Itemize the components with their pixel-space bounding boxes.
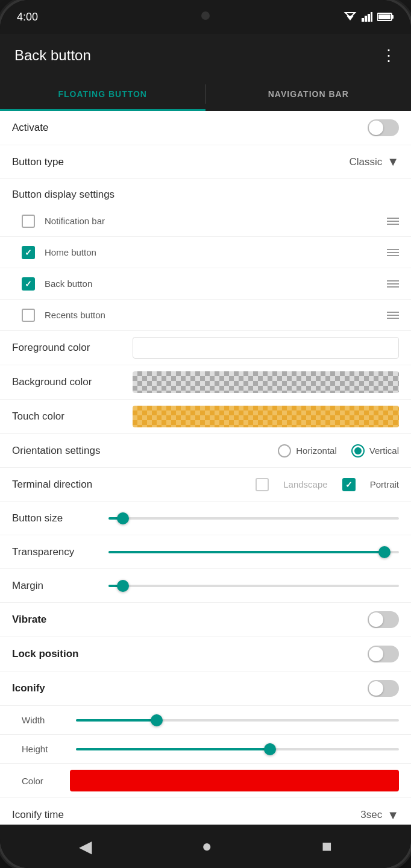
tab-navigation-bar[interactable]: NAVIGATION BAR	[206, 77, 412, 111]
nav-recents-button[interactable]: ■	[322, 837, 332, 856]
vibrate-toggle[interactable]	[368, 611, 399, 628]
tabs-bar: FLOATING BUTTON NAVIGATION BAR	[0, 77, 411, 111]
landscape-label: Landscape	[283, 479, 327, 489]
foreground-color-row[interactable]: Foreground color	[0, 331, 411, 365]
activate-section: Activate Button type Classic ▼ Button di…	[0, 111, 411, 825]
status-icons	[344, 12, 394, 22]
iconify-label: Iconify	[12, 682, 368, 694]
back-button-row[interactable]: Back button	[0, 268, 411, 300]
background-color-swatch[interactable]	[133, 371, 399, 393]
iconify-height-label: Height	[22, 744, 70, 754]
orientation-vertical-radio[interactable]	[351, 444, 365, 458]
wifi-icon	[344, 12, 357, 22]
recents-button-label: Recents button	[45, 310, 387, 320]
notification-bar-checkbox[interactable]	[22, 215, 35, 228]
button-size-slider[interactable]	[108, 517, 399, 520]
recents-button-checkbox[interactable]	[22, 309, 35, 322]
home-button-drag-handle[interactable]	[387, 249, 399, 256]
camera-notch	[201, 11, 210, 20]
transparency-label: Transparency	[12, 546, 108, 558]
margin-row: Margin	[0, 569, 411, 603]
phone-shell: 4:00 Back button ⋮ FLOATING	[0, 0, 411, 868]
landscape-item[interactable]: Landscape	[256, 478, 327, 491]
button-size-thumb[interactable]	[117, 512, 129, 524]
transparency-slider[interactable]	[108, 551, 399, 553]
svg-marker-1	[345, 13, 355, 17]
iconify-time-label: Iconify time	[12, 809, 360, 821]
terminal-direction-group: Landscape Portrait	[256, 478, 399, 491]
iconify-height-row: Height	[0, 735, 411, 764]
iconify-color-row[interactable]: Color	[0, 764, 411, 798]
touch-color-row[interactable]: Touch color	[0, 400, 411, 434]
activate-row: Activate	[0, 111, 411, 145]
iconify-width-fill	[76, 719, 157, 722]
iconify-width-label: Width	[22, 715, 70, 725]
button-type-value: Classic	[349, 156, 382, 168]
vibrate-row: Vibrate	[0, 603, 411, 637]
lock-position-label: Lock position	[12, 648, 368, 660]
home-button-checkbox[interactable]	[22, 246, 35, 259]
lock-position-toggle[interactable]	[368, 646, 399, 662]
notification-bar-row[interactable]: Notification bar	[0, 206, 411, 237]
margin-label: Margin	[12, 580, 108, 592]
home-button-row[interactable]: Home button	[0, 237, 411, 268]
home-button-label: Home button	[45, 247, 387, 257]
recents-button-row[interactable]: Recents button	[0, 300, 411, 331]
notification-bar-drag-handle[interactable]	[387, 218, 399, 225]
button-size-label: Button size	[12, 512, 108, 524]
svg-rect-2	[362, 18, 364, 22]
margin-slider[interactable]	[108, 585, 399, 587]
iconify-time-value: 3sec	[360, 809, 382, 821]
orientation-vertical-item[interactable]: Vertical	[351, 444, 399, 458]
iconify-color-label: Color	[22, 776, 70, 786]
iconify-height-thumb[interactable]	[264, 743, 276, 755]
background-color-row[interactable]: Background color	[0, 365, 411, 400]
iconify-width-thumb[interactable]	[151, 714, 163, 726]
landscape-checkbox[interactable]	[256, 478, 269, 491]
activate-toggle[interactable]	[368, 119, 399, 136]
orientation-horizontal-radio[interactable]	[278, 444, 291, 458]
terminal-direction-row: Terminal direction Landscape Portrait	[0, 468, 411, 502]
iconify-height-fill	[76, 748, 270, 750]
foreground-color-swatch[interactable]	[133, 337, 399, 359]
iconify-width-row: Width	[0, 706, 411, 735]
vibrate-label: Vibrate	[12, 614, 368, 626]
nav-home-button[interactable]: ●	[202, 837, 212, 856]
orientation-row: Orientation settings Horizontal Vertical	[0, 434, 411, 468]
back-button-checkbox[interactable]	[22, 277, 35, 291]
app-bar-title: Back button	[14, 47, 91, 64]
battery-icon	[377, 12, 394, 22]
svg-rect-5	[371, 12, 372, 22]
iconify-width-slider[interactable]	[76, 719, 399, 722]
transparency-row: Transparency	[0, 535, 411, 569]
orientation-horizontal-item[interactable]: Horizontal	[278, 444, 337, 458]
svg-rect-8	[378, 14, 391, 19]
content-area: Activate Button type Classic ▼ Button di…	[0, 111, 411, 825]
orientation-radio-group: Horizontal Vertical	[278, 444, 399, 458]
iconify-height-slider[interactable]	[76, 748, 399, 750]
iconify-toggle[interactable]	[368, 680, 399, 697]
svg-rect-3	[365, 16, 367, 22]
status-time: 4:00	[17, 11, 38, 24]
button-display-settings-header: Button display settings	[0, 179, 411, 206]
touch-color-swatch[interactable]	[133, 406, 399, 427]
button-type-row[interactable]: Button type Classic ▼	[0, 145, 411, 179]
back-button-drag-handle[interactable]	[387, 280, 399, 288]
transparency-thumb[interactable]	[378, 546, 391, 558]
iconify-color-swatch[interactable]	[70, 770, 399, 791]
iconify-time-row[interactable]: Iconify time 3sec ▼	[0, 798, 411, 825]
portrait-item[interactable]: Portrait	[342, 478, 399, 491]
margin-thumb[interactable]	[117, 580, 129, 592]
svg-rect-7	[392, 15, 394, 19]
menu-button[interactable]: ⋮	[381, 46, 397, 65]
portrait-label: Portrait	[370, 479, 399, 489]
signal-icon	[362, 12, 372, 22]
bottom-nav-bar: ◀ ● ■	[0, 825, 411, 868]
button-type-arrow: ▼	[387, 155, 399, 169]
recents-button-drag-handle[interactable]	[387, 312, 399, 319]
nav-back-button[interactable]: ◀	[79, 837, 92, 857]
touch-color-label: Touch color	[12, 410, 133, 423]
tab-floating-button[interactable]: FLOATING BUTTON	[0, 77, 206, 111]
portrait-checkbox[interactable]	[342, 478, 356, 491]
iconify-time-arrow: ▼	[387, 808, 399, 822]
